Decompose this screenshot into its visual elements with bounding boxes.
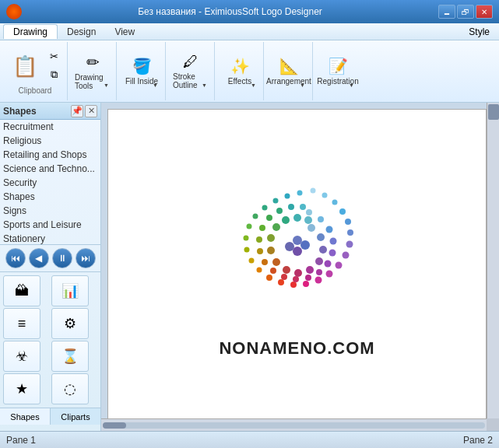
shape-item-shapes[interactable]: Shapes (0, 190, 100, 204)
shape-icon-chart[interactable]: 📊 (51, 275, 89, 306)
toolbar-stroke-group: 🖊 Stroke Outline ▼ (167, 42, 215, 100)
panel-header: Shapes 📌 ✕ (0, 103, 100, 120)
stroke-outline-icon: 🖊 (183, 53, 199, 71)
main-area: Shapes 📌 ✕ Recruitment Religious Retaili… (0, 103, 499, 431)
shape-item-signs[interactable]: Signs (0, 204, 100, 218)
shape-item-retailing[interactable]: Retailing and Shops (0, 148, 100, 162)
toolbar-effects-group: ✨ Effects ▼ (216, 42, 264, 100)
shape-item-recruitment[interactable]: Recruitment (0, 120, 100, 134)
svg-point-30 (324, 261, 331, 268)
shape-item-stationery[interactable]: Stationery (0, 232, 100, 244)
panel-controls[interactable]: 📌 ✕ (71, 105, 97, 117)
arrangement-button[interactable]: 📐 Arrangement ▼ (270, 53, 307, 90)
logo-container: .d { r: 4; } (212, 175, 383, 359)
svg-point-26 (318, 216, 324, 222)
nav-pause-button[interactable]: ⏸ (52, 248, 72, 268)
effects-icon: ✨ (230, 57, 250, 75)
svg-point-61 (285, 242, 294, 251)
close-panel-button[interactable]: ✕ (85, 105, 97, 117)
shape-nav-controls[interactable]: ⏮ ◀ ⏸ ⏭ (0, 244, 100, 271)
minimize-button[interactable]: 🗕 (438, 5, 455, 19)
svg-point-59 (293, 247, 302, 256)
shape-item-sports[interactable]: Sports and Leisure (0, 218, 100, 232)
cut-button[interactable]: ✂ (45, 47, 62, 65)
svg-point-40 (266, 215, 272, 221)
tab-cliparts[interactable]: Cliparts (51, 408, 100, 425)
svg-point-50 (283, 266, 290, 274)
shape-list[interactable]: Recruitment Religious Retailing and Shop… (0, 120, 100, 244)
svg-point-11 (303, 281, 309, 287)
nav-next-button[interactable]: ⏭ (76, 248, 96, 268)
chevron-down-icon-3: ▼ (202, 82, 207, 88)
svg-point-23 (284, 194, 290, 199)
chevron-down-icon-2: ▼ (153, 82, 158, 88)
svg-point-5 (347, 229, 353, 236)
shape-item-religious[interactable]: Religious (0, 134, 100, 148)
svg-point-48 (306, 266, 314, 274)
style-button[interactable]: Style (462, 25, 496, 39)
app-icon (6, 4, 22, 19)
chevron-down-icon-6: ▼ (349, 82, 354, 88)
svg-point-10 (315, 277, 322, 284)
horizontal-scrollbar[interactable] (101, 418, 487, 431)
tab-shapes[interactable]: Shapes (0, 408, 51, 425)
shape-icon-lines[interactable]: ≡ (3, 308, 40, 339)
title-bar: Без названия - EximiousSoft Logo Designe… (0, 0, 499, 23)
svg-point-1 (322, 193, 327, 198)
shape-icon-dotted[interactable]: ◌ (51, 373, 89, 404)
svg-point-51 (272, 258, 280, 266)
svg-point-39 (259, 225, 265, 231)
svg-point-49 (294, 269, 302, 277)
svg-point-16 (248, 258, 254, 264)
shape-item-science[interactable]: Science and Techno... (0, 162, 100, 176)
canvas-inner[interactable]: .d { r: 4; } (107, 109, 487, 425)
nav-prev-button[interactable]: ◀ (29, 248, 49, 268)
shape-icon-biohazard[interactable]: ☣ (3, 341, 40, 372)
shape-item-security[interactable]: Security (0, 176, 100, 190)
svg-point-42 (288, 204, 294, 210)
shape-icon-star[interactable]: ★ (3, 373, 40, 404)
svg-point-13 (278, 279, 284, 285)
scrollbar-thumb[interactable] (103, 422, 126, 429)
shape-icon-hourglass[interactable]: ⌛ (51, 341, 89, 372)
tab-design[interactable]: Design (58, 25, 105, 39)
shape-icons-grid: 🏔 📊 ≡ ⚙ ☣ ⌛ ★ ◌ (0, 271, 100, 408)
svg-point-54 (272, 223, 280, 231)
registration-button[interactable]: 📝 Registration ▼ (319, 53, 357, 90)
close-button[interactable]: ✕ (476, 5, 493, 19)
toolbar-drawing-tools-group: ✏ Drawing Tools ▼ (69, 42, 117, 100)
svg-point-33 (293, 276, 299, 282)
tab-view[interactable]: View (105, 25, 144, 39)
panel-title: Shapes (3, 106, 37, 117)
vertical-scrollbar[interactable] (487, 103, 499, 418)
svg-point-7 (342, 252, 349, 259)
svg-point-21 (262, 205, 267, 211)
svg-point-55 (282, 216, 290, 224)
paste-button[interactable]: 📋 (8, 49, 42, 83)
fill-inside-button[interactable]: 🪣 Fill Inside ▼ (123, 53, 160, 90)
svg-point-58 (300, 240, 310, 250)
shape-icon-gear[interactable]: ⚙ (51, 308, 89, 339)
fill-inside-icon: 🪣 (132, 57, 152, 75)
svg-point-43 (300, 204, 306, 210)
svg-point-12 (290, 282, 297, 288)
drawing-tools-button[interactable]: ✏ Drawing Tools ▼ (74, 53, 111, 90)
toolbar-registration-group: 📝 Registration ▼ (315, 42, 361, 100)
svg-point-19 (246, 224, 251, 229)
copy-button[interactable]: ⧉ (45, 66, 62, 83)
svg-point-17 (244, 247, 249, 253)
window-controls[interactable]: 🗕 🗗 ✕ (438, 5, 493, 19)
nav-first-button[interactable]: ⏮ (5, 248, 26, 268)
arrangement-icon: 📐 (279, 57, 299, 75)
stroke-outline-button[interactable]: 🖊 Stroke Outline ▼ (172, 53, 209, 90)
effects-button[interactable]: ✨ Effects ▼ (221, 53, 258, 90)
bottom-tabs[interactable]: Shapes Cliparts (0, 408, 100, 425)
restore-button[interactable]: 🗗 (457, 5, 474, 19)
shape-icon-landscape[interactable]: 🏔 (3, 275, 40, 306)
pin-panel-button[interactable]: 📌 (71, 105, 83, 117)
toolbar-fill-group: 🪣 Fill Inside ▼ (118, 42, 166, 100)
tab-drawing[interactable]: Drawing (3, 24, 58, 39)
svg-point-20 (252, 214, 258, 219)
svg-point-34 (281, 274, 287, 280)
canvas-area[interactable]: .d { r: 4; } (101, 103, 499, 431)
